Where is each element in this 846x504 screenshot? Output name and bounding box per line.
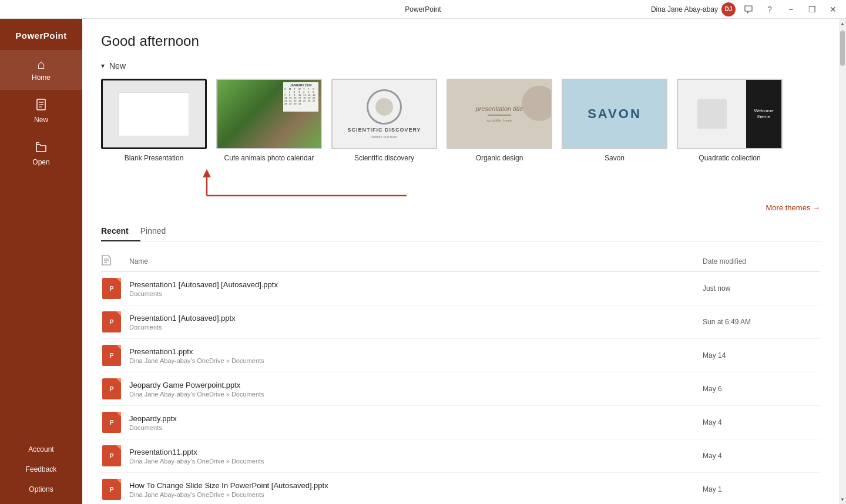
pptx-icon-4: P xyxy=(102,412,121,433)
file-row-0[interactable]: P Presentation1 [Autosaved] [Autosaved].… xyxy=(101,272,820,305)
tab-recent[interactable]: Recent xyxy=(101,221,140,241)
title-bar: PowerPoint Dina Jane Abay-abay DJ ? − ❐ … xyxy=(0,0,846,19)
pptx-icon-2: P xyxy=(102,345,121,366)
file-location-0: Documents xyxy=(129,290,703,297)
file-icon-2: P xyxy=(101,345,122,366)
blank-thumb-inner xyxy=(119,92,189,136)
help-button[interactable]: ? xyxy=(761,1,778,18)
file-location-3: Dina Jane Abay-abay's OneDrive » Documen… xyxy=(129,391,703,398)
new-section-header[interactable]: ▾ New xyxy=(101,61,820,70)
sidebar-item-new[interactable]: New xyxy=(0,90,82,132)
file-info-3: Jeopardy Game Powerpoint.pptx Dina Jane … xyxy=(129,381,703,398)
file-date-1: Sun at 6:49 AM xyxy=(703,318,820,326)
template-animals[interactable]: JANUARY 2024 SMTWTFS 123456 78910111213 … xyxy=(216,79,322,162)
sidebar-item-open[interactable]: Open xyxy=(0,132,82,174)
scrollbar[interactable]: ▲ ▼ xyxy=(839,19,846,504)
pptx-icon-1: P xyxy=(102,311,121,332)
template-quadratic[interactable]: Welcometheme Quadratic collection xyxy=(677,79,783,162)
file-icon-6: P xyxy=(101,479,122,500)
template-scientific[interactable]: SCIENTIFIC DISCOVERY subtitle text here … xyxy=(331,79,437,162)
template-scientific-thumb: SCIENTIFIC DISCOVERY subtitle text here xyxy=(331,79,437,149)
pptx-icon-0: P xyxy=(102,278,121,299)
more-themes-row: More themes → xyxy=(101,203,820,212)
sidebar-item-open-label: Open xyxy=(32,158,49,166)
annotation-area xyxy=(101,169,820,199)
file-info-0: Presentation1 [Autosaved] [Autosaved].pp… xyxy=(129,280,703,297)
template-animals-label: Cute animals photo calendar xyxy=(224,154,314,162)
scientific-bg: SCIENTIFIC DISCOVERY subtitle text here xyxy=(333,80,436,148)
sidebar-item-home-label: Home xyxy=(32,73,51,82)
more-themes-link[interactable]: More themes → xyxy=(766,203,820,212)
file-date-4: May 4 xyxy=(703,418,820,426)
red-arrow xyxy=(101,169,407,199)
template-quadratic-thumb: Welcometheme xyxy=(677,79,783,149)
file-name-6: How To Change Slide Size In PowerPoint [… xyxy=(129,481,703,490)
chevron-down-icon: ▾ xyxy=(101,62,105,70)
template-organic[interactable]: presentation title subtitle here Organic… xyxy=(446,79,552,162)
file-list: P Presentation1 [Autosaved] [Autosaved].… xyxy=(101,272,820,504)
pptx-icon-5: P xyxy=(102,445,121,466)
file-row-3[interactable]: P Jeopardy Game Powerpoint.pptx Dina Jan… xyxy=(101,372,820,406)
template-savon-label: Savon xyxy=(605,154,625,162)
new-icon xyxy=(35,98,48,113)
template-savon-thumb: SAVON xyxy=(562,79,667,149)
file-date-3: May 6 xyxy=(703,385,820,393)
file-name-2: Presentation1.pptx xyxy=(129,347,703,356)
app-body: PowerPoint ⌂ Home New xyxy=(0,19,846,504)
file-date-6: May 1 xyxy=(703,485,820,493)
file-location-5: Dina Jane Abay-abay's OneDrive » Documen… xyxy=(129,458,703,465)
file-row-4[interactable]: P Jeopardy.pptx Documents May 4 xyxy=(101,406,820,439)
main-content: Good afternoon ▾ New Blank Presentation xyxy=(82,19,839,504)
maximize-button[interactable]: ❐ xyxy=(804,1,820,18)
template-blank[interactable]: Blank Presentation xyxy=(101,79,207,162)
user-info: Dina Jane Abay-abay DJ xyxy=(651,2,736,16)
sidebar-bottom: Account Feedback Options xyxy=(0,439,82,504)
pptx-icon-3: P xyxy=(102,378,121,399)
file-icon-4: P xyxy=(101,412,122,433)
file-row-5[interactable]: P Presentation11.pptx Dina Jane Abay-aba… xyxy=(101,439,820,473)
file-name-1: Presentation1 [Autosaved].pptx xyxy=(129,314,703,322)
template-blank-label: Blank Presentation xyxy=(125,154,184,162)
sidebar-brand: PowerPoint xyxy=(15,23,67,50)
file-icon-3: P xyxy=(101,378,122,399)
file-row-1[interactable]: P Presentation1 [Autosaved].pptx Documen… xyxy=(101,305,820,339)
greeting-heading: Good afternoon xyxy=(101,33,820,49)
scroll-down-arrow[interactable]: ▼ xyxy=(839,495,846,504)
sidebar: PowerPoint ⌂ Home New xyxy=(0,19,82,504)
template-quadratic-label: Quadratic collection xyxy=(699,154,760,162)
open-icon xyxy=(35,140,48,156)
file-row-2[interactable]: P Presentation1.pptx Dina Jane Abay-abay… xyxy=(101,339,820,372)
template-organic-thumb: presentation title subtitle here xyxy=(446,79,552,149)
file-list-header: Name Date modified xyxy=(101,251,820,272)
close-button[interactable]: ✕ xyxy=(825,1,841,18)
template-savon[interactable]: SAVON Savon xyxy=(562,79,667,162)
sidebar-feedback[interactable]: Feedback xyxy=(0,459,82,479)
tab-pinned[interactable]: Pinned xyxy=(140,221,178,241)
file-location-4: Documents xyxy=(129,424,703,431)
file-info-5: Presentation11.pptx Dina Jane Abay-abay'… xyxy=(129,448,703,465)
sidebar-item-home[interactable]: ⌂ Home xyxy=(0,50,82,90)
app-title: PowerPoint xyxy=(405,5,441,14)
file-icon-5: P xyxy=(101,445,122,466)
savon-bg: SAVON xyxy=(563,80,666,148)
file-date-5: May 4 xyxy=(703,452,820,460)
comment-button[interactable] xyxy=(740,1,757,18)
new-section-label: New xyxy=(109,61,126,70)
sidebar-options[interactable]: Options xyxy=(0,479,82,499)
template-animals-thumb: JANUARY 2024 SMTWTFS 123456 78910111213 … xyxy=(216,79,322,149)
scroll-up-arrow[interactable]: ▲ xyxy=(839,19,846,28)
sidebar-item-new-label: New xyxy=(34,116,48,124)
organic-bg: presentation title subtitle here xyxy=(448,80,551,148)
minimize-button[interactable]: − xyxy=(783,1,799,18)
file-header-icon xyxy=(101,254,112,266)
blank-thumb-bg xyxy=(103,80,205,147)
sidebar-account[interactable]: Account xyxy=(0,439,82,459)
file-row-6[interactable]: P How To Change Slide Size In PowerPoint… xyxy=(101,473,820,504)
animals-bg: JANUARY 2024 SMTWTFS 123456 78910111213 … xyxy=(217,80,321,148)
calendar-overlay: JANUARY 2024 SMTWTFS 123456 78910111213 … xyxy=(283,82,318,112)
template-organic-label: Organic design xyxy=(476,154,523,162)
scroll-thumb[interactable] xyxy=(840,31,845,66)
file-col-name-header: Name xyxy=(129,257,703,266)
file-icon-0: P xyxy=(101,278,122,299)
file-location-2: Dina Jane Abay-abay's OneDrive » Documen… xyxy=(129,357,703,364)
